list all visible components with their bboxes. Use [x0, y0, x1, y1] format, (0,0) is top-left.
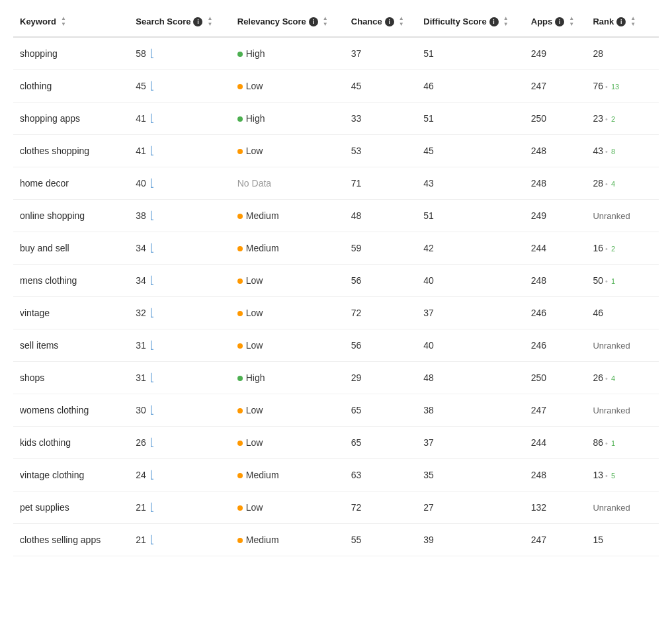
cell-relevancy-score: Low [231, 297, 345, 329]
cell-relevancy-score: Low [231, 394, 345, 427]
keyword-table: Keyword ▲ ▼ Search Score i [13, 7, 659, 556]
cell-chance: 56 [345, 329, 417, 362]
cell-apps: 247 [525, 394, 587, 427]
relevancy-dot [237, 84, 243, 89]
trend-chart-icon[interactable]: ⎣ [150, 341, 154, 350]
search-score-value: 30 [136, 405, 146, 415]
cell-rank: 43 • 8 [586, 135, 659, 167]
cell-chance: 45 [345, 70, 417, 103]
rank-bullet: • [603, 115, 610, 123]
trend-chart-icon[interactable]: ⎣ [150, 373, 154, 382]
relevancy-label: Low [246, 340, 263, 351]
cell-apps: 244 [525, 427, 587, 459]
cell-apps: 250 [525, 103, 587, 135]
cell-search-score: 30⎣ [129, 394, 230, 427]
info-icon-search-score: i [193, 17, 202, 26]
info-icon-apps: i [555, 17, 564, 26]
cell-apps: 248 [525, 135, 587, 167]
cell-keyword: womens clothing [13, 394, 129, 427]
rank-value: 16 [593, 243, 603, 253]
trend-chart-icon[interactable]: ⎣ [150, 308, 154, 318]
cell-difficulty-score: 38 [417, 394, 525, 427]
rank-bullet: • [603, 83, 610, 91]
cell-apps: 246 [525, 329, 587, 362]
cell-keyword: home decor [13, 167, 129, 200]
table-row: shopping58⎣High375124928 [13, 37, 659, 70]
col-header-relevancy-score[interactable]: Relevancy Score i ▲ ▼ [231, 7, 345, 37]
trend-chart-icon[interactable]: ⎣ [150, 276, 154, 285]
relevancy-label: Low [246, 437, 263, 448]
cell-apps: 247 [525, 524, 587, 556]
cell-apps: 248 [525, 265, 587, 297]
cell-rank: Unranked [586, 394, 659, 427]
trend-chart-icon[interactable]: ⎣ [150, 49, 154, 58]
cell-search-score: 41⎣ [129, 135, 230, 167]
cell-relevancy-score: High [231, 362, 345, 394]
cell-difficulty-score: 51 [417, 103, 525, 135]
trend-chart-icon[interactable]: ⎣ [150, 114, 154, 123]
trend-chart-icon[interactable]: ⎣ [150, 81, 154, 91]
col-header-chance[interactable]: Chance i ▲ ▼ [345, 7, 417, 37]
cell-search-score: 45⎣ [129, 70, 230, 103]
trend-chart-icon[interactable]: ⎣ [150, 211, 154, 220]
relevancy-dot [237, 343, 243, 349]
table-row: shops31⎣High294825026 • 4 [13, 362, 659, 394]
relevancy-no-data: No Data [237, 178, 271, 189]
trend-chart-icon[interactable]: ⎣ [150, 535, 154, 544]
search-score-value: 34 [136, 243, 146, 253]
col-header-difficulty-score[interactable]: Difficulty Score i ▲ ▼ [417, 7, 525, 37]
table-row: online shopping38⎣Medium4851249Unranked [13, 200, 659, 232]
col-label-relevancy-score: Relevancy Score [237, 17, 306, 26]
rank-bullet: • [603, 148, 610, 155]
rank-change-value: 4 [611, 180, 615, 188]
rank-bullet: • [603, 374, 610, 382]
rank-value: 50 [593, 275, 603, 286]
info-icon-relevancy: i [309, 17, 318, 26]
relevancy-dot [237, 246, 243, 251]
cell-keyword: online shopping [13, 200, 129, 232]
trend-chart-icon[interactable]: ⎣ [150, 470, 154, 480]
cell-difficulty-score: 45 [417, 135, 525, 167]
cell-relevancy-score: Medium [231, 232, 345, 265]
col-header-rank[interactable]: Rank i ▲ ▼ [586, 7, 659, 37]
cell-relevancy-score: Low [231, 427, 345, 459]
rank-change-value: 1 [611, 277, 615, 285]
search-score-value: 45 [136, 81, 146, 91]
cell-relevancy-score: High [231, 37, 345, 70]
cell-chance: 59 [345, 232, 417, 265]
cell-search-score: 34⎣ [129, 265, 230, 297]
relevancy-label: Low [246, 81, 263, 91]
cell-rank: Unranked [586, 492, 659, 524]
cell-difficulty-score: 35 [417, 459, 525, 492]
rank-value: 28 [593, 178, 603, 189]
table-row: home decor40⎣No Data714324828 • 4 [13, 167, 659, 200]
trend-chart-icon[interactable]: ⎣ [150, 503, 154, 512]
relevancy-dot [237, 116, 243, 122]
cell-chance: 63 [345, 459, 417, 492]
table-row: clothes selling apps21⎣Medium553924715 [13, 524, 659, 556]
rank-value: 13 [593, 470, 603, 480]
cell-chance: 72 [345, 297, 417, 329]
table-row: kids clothing26⎣Low653724486 • 1 [13, 427, 659, 459]
trend-chart-icon[interactable]: ⎣ [150, 438, 154, 447]
search-score-value: 26 [136, 437, 146, 448]
col-label-difficulty-score: Difficulty Score [423, 17, 486, 26]
cell-search-score: 38⎣ [129, 200, 230, 232]
col-header-search-score[interactable]: Search Score i ▲ ▼ [129, 7, 230, 37]
trend-chart-icon[interactable]: ⎣ [150, 146, 154, 155]
rank-value: 23 [593, 113, 603, 124]
col-header-apps[interactable]: Apps i ▲ ▼ [525, 7, 587, 37]
trend-chart-icon[interactable]: ⎣ [150, 243, 154, 253]
search-score-value: 32 [136, 308, 146, 318]
cell-chance: 65 [345, 394, 417, 427]
col-label-search-score: Search Score [136, 17, 190, 26]
relevancy-label: Low [246, 308, 263, 318]
cell-search-score: 26⎣ [129, 427, 230, 459]
rank-unranked: Unranked [593, 211, 630, 221]
trend-chart-icon[interactable]: ⎣ [150, 179, 154, 188]
rank-bullet: • [603, 472, 610, 480]
trend-chart-icon[interactable]: ⎣ [150, 406, 154, 415]
col-header-keyword[interactable]: Keyword ▲ ▼ [13, 7, 129, 37]
cell-rank: Unranked [586, 200, 659, 232]
cell-difficulty-score: 39 [417, 524, 525, 556]
